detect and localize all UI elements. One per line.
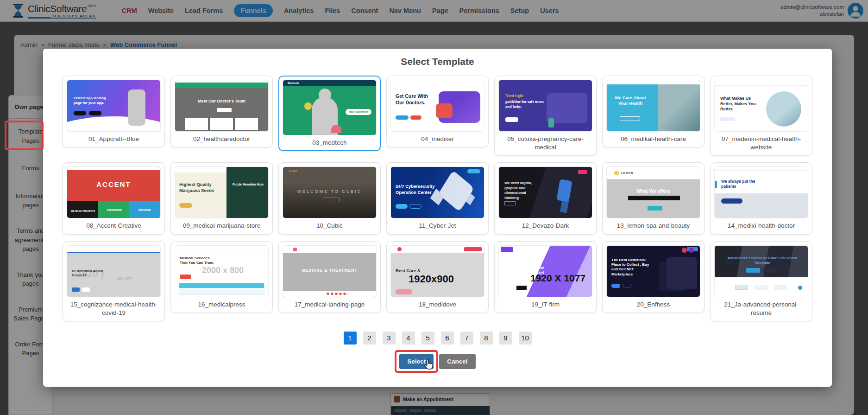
template-label: 13_lemon-spa-and-beauty: [606, 218, 700, 232]
template-card-11_Cyber-Jet[interactable]: 24/7 Cybersecurity Operation Center11_Cy…: [386, 162, 489, 234]
template-thumbnail: MedtechMake Appointment: [283, 80, 377, 135]
template-label: 05_coloxa-pregnancy-care-medical: [498, 132, 592, 153]
template-card-15_cognizance-medical-health-covid-19[interactable]: Be Informed About Covid-191920 )520 x 67…: [63, 241, 165, 321]
template-thumbnail: Prosper in this volatile market1920 X 10…: [498, 245, 592, 297]
template-thumbnail: Advanced Personal Resume / CV vCard Temp…: [714, 245, 808, 297]
modal-actions: Select Cancel: [43, 354, 832, 369]
template-card-21_Ja-advanced-personal-resume[interactable]: Advanced Personal Resume / CV vCard Temp…: [710, 241, 812, 321]
page-button-10[interactable]: 10: [519, 332, 532, 345]
template-label: 20_Enfhess: [606, 297, 700, 311]
page-button-4[interactable]: 4: [402, 332, 415, 345]
template-thumbnail: MEDICAL & TREATMENT: [283, 245, 377, 297]
template-label: 07_medenin-medical-health-website: [714, 132, 808, 153]
template-thumbnail: WELCOME TO CUBICCUBIC.: [283, 166, 377, 218]
template-card-14_medixi-health-doctor[interactable]: We always put the patients14_medixi-heal…: [710, 162, 812, 234]
template-card-12_Devazo-Dark[interactable]: We craft digital, graphic and dimensiona…: [494, 162, 597, 234]
template-label: 10_Cubic: [283, 218, 377, 232]
template-card-16_medicalpress[interactable]: Medical Services That You Can Trust2000 …: [170, 241, 273, 313]
template-label: 04_medixer: [390, 132, 484, 145]
template-card-01_Appcraft--Blue[interactable]: Perfect app landing page for your app.01…: [63, 76, 165, 147]
template-label: 17_medical-landing-page: [283, 297, 377, 311]
template-card-20_Enfhess[interactable]: The Best Beneficial Place to Collect , B…: [602, 241, 704, 313]
template-card-07_medenin-medical-health-website[interactable]: What Makes Us Better, Makes You Better.0…: [710, 76, 812, 156]
template-label: 09_medical-marijuana-store: [175, 218, 269, 232]
template-card-02_healthcaredoctor[interactable]: Meet Our Doctor's Team02_healthcaredocto…: [170, 76, 273, 147]
template-label: 01_Appcraft--Blue: [67, 132, 161, 145]
template-card-19_IT-firm[interactable]: Prosper in this volatile market1920 X 10…: [494, 241, 597, 313]
template-thumbnail: Medical Services That You Can Trust2000 …: [175, 245, 269, 297]
template-thumbnail: Best Care &1920x900: [390, 245, 484, 297]
template-card-17_medical-landing-page[interactable]: MEDICAL & TREATMENT17_medical-landing-pa…: [278, 241, 381, 313]
template-label: 11_Cyber-Jet: [390, 218, 484, 232]
template-card-04_medixer[interactable]: Get Cure With Our Doctors.04_medixer: [386, 76, 489, 147]
template-card-13_lemon-spa-and-beauty[interactable]: LEMONWhat We offers13_lemon-spa-and-beau…: [602, 162, 704, 234]
template-thumbnail: We craft digital, graphic and dimensiona…: [498, 166, 592, 218]
annotation-box-template-pages: [5, 121, 44, 150]
template-card-08_Accent-Creative[interactable]: ACCENTWE MAKE PROJECTSEXPERIENCEDISCOVER…: [63, 162, 165, 234]
template-thumbnail: Highest Quality Marijuana SeedsPurple Ha…: [175, 166, 269, 218]
template-card-03_medtech[interactable]: MedtechMake Appointment03_medtech: [278, 76, 381, 151]
template-thumbnail: Perfect app landing page for your app.: [67, 80, 161, 132]
cancel-button[interactable]: Cancel: [439, 354, 475, 369]
template-label: 18_medidove: [390, 297, 484, 311]
template-label: 03_medtech: [283, 135, 377, 149]
template-card-09_medical-marijuana-store[interactable]: Highest Quality Marijuana SeedsPurple Ha…: [170, 162, 273, 234]
select-template-modal: Select Template Perfect app landing page…: [43, 49, 832, 387]
template-thumbnail: We always put the patients: [714, 166, 808, 218]
pagination: 12345678910: [43, 332, 832, 345]
template-label: 12_Devazo-Dark: [498, 218, 592, 232]
page-button-9[interactable]: 9: [499, 332, 512, 345]
page-button-8[interactable]: 8: [480, 332, 493, 345]
template-card-10_Cubic[interactable]: WELCOME TO CUBICCUBIC.10_Cubic: [278, 162, 381, 234]
page-button-1[interactable]: 1: [344, 332, 357, 345]
page-button-7[interactable]: 7: [460, 332, 473, 345]
template-label: 21_Ja-advanced-personal-resume: [714, 297, 808, 319]
template-label: 19_IT-firm: [498, 297, 592, 311]
template-label: 16_medicalpress: [175, 297, 269, 311]
page-button-5[interactable]: 5: [421, 332, 434, 345]
template-thumbnail: Meet Our Doctor's Team: [175, 80, 269, 132]
template-thumbnail: Be Informed About Covid-191920 )520 x 67…: [67, 245, 161, 297]
template-thumbnail: Need rightguideline for safe mom and bab…: [498, 80, 592, 132]
page-button-6[interactable]: 6: [441, 332, 454, 345]
template-thumbnail: ACCENTWE MAKE PROJECTSEXPERIENCEDISCOVER: [67, 166, 161, 218]
template-label: 06_medikal-health-care: [606, 132, 700, 145]
template-label: 15_cognizance-medical-health-covid-19: [67, 297, 161, 319]
template-thumbnail: LEMONWhat We offers: [606, 166, 700, 218]
template-label: 02_healthcaredoctor: [175, 132, 269, 145]
template-card-18_medidove[interactable]: Best Care &1920x90018_medidove: [386, 241, 489, 313]
mouse-cursor-icon: [422, 358, 436, 371]
template-thumbnail: 24/7 Cybersecurity Operation Center: [390, 166, 484, 218]
template-thumbnail: Get Cure With Our Doctors.: [390, 80, 484, 132]
template-thumbnail: The Best Beneficial Place to Collect , B…: [606, 245, 700, 297]
template-grid: Perfect app landing page for your app.01…: [56, 76, 819, 321]
page-button-3[interactable]: 3: [383, 332, 396, 345]
template-thumbnail: We Care About Your Health: [606, 80, 700, 132]
template-thumbnail: What Makes Us Better, Makes You Better.: [714, 80, 808, 132]
template-card-06_medikal-health-care[interactable]: We Care About Your Health06_medikal-heal…: [602, 76, 704, 147]
template-label: 08_Accent-Creative: [67, 218, 161, 232]
template-label: 14_medixi-health-doctor: [714, 218, 808, 232]
modal-title: Select Template: [43, 56, 832, 67]
template-card-05_coloxa-pregnancy-care-medical[interactable]: Need rightguideline for safe mom and bab…: [494, 76, 597, 156]
page-button-2[interactable]: 2: [363, 332, 376, 345]
